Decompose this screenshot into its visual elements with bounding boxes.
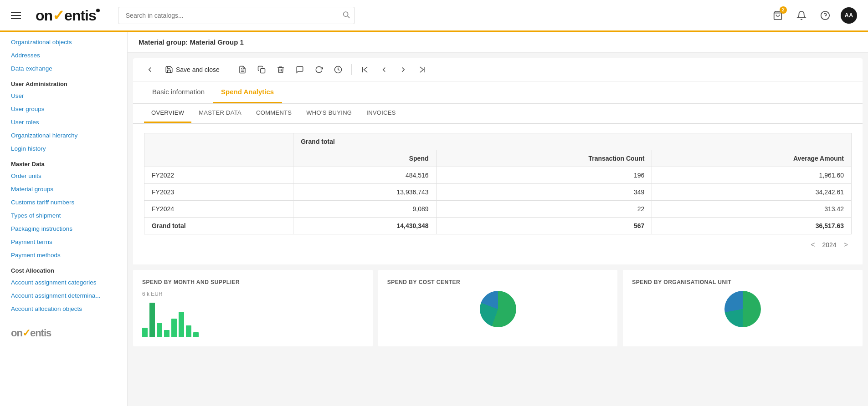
next-year-button[interactable]: > (840, 239, 852, 251)
prev-button[interactable] (376, 63, 392, 76)
next-button[interactable] (395, 63, 411, 76)
chart-spend-by-org-unit: SPEND BY ORGANISATIONAL UNIT (623, 270, 863, 346)
sidebar-section-cost-allocation: Cost Allocation (0, 262, 127, 276)
sidebar-item-organizational-hierarchy[interactable]: Organizational hierarchy (0, 129, 127, 142)
sidebar-item-login-history[interactable]: Login history (0, 142, 127, 155)
page-header: Material group: Material Group 1 (128, 32, 868, 53)
sidebar: Organizational objects Addresses Data ex… (0, 32, 128, 406)
tab-spend-analytics[interactable]: Spend Analytics (213, 81, 282, 103)
sidebar-item-data-exchange[interactable]: Data exchange (0, 62, 127, 75)
bar-5 (171, 319, 177, 337)
search-input[interactable] (118, 7, 355, 24)
table-row: FY2022 484,516 196 1,961.60 (144, 167, 852, 184)
sidebar-item-payment-methods[interactable]: Payment methods (0, 249, 127, 262)
content-area: Material group: Material Group 1 Save an… (128, 32, 868, 406)
bar-8 (193, 332, 199, 337)
hamburger-menu[interactable] (11, 12, 21, 19)
sub-tab-overview[interactable]: OVERVIEW (144, 104, 191, 123)
first-page-button[interactable] (357, 63, 373, 76)
sub-tabs-container: OVERVIEW MASTER DATA COMMENTS WHO'S BUYI… (133, 104, 863, 124)
sub-tab-invoices[interactable]: INVOICES (359, 104, 403, 123)
chart-spend-by-cost-center: SPEND BY COST CENTER (378, 270, 618, 346)
sidebar-item-account-allocation-objects[interactable]: Account allocation objects (0, 302, 127, 315)
sidebar-item-account-assignment-categories[interactable]: Account assignment categories (0, 276, 127, 289)
copy-button[interactable] (254, 63, 269, 76)
bar-2 (149, 303, 155, 337)
table-row: FY2024 9,089 22 313.42 (144, 201, 852, 218)
search-icon[interactable] (342, 10, 350, 20)
chart-spend-by-org-unit-title: SPEND BY ORGANISATIONAL UNIT (632, 279, 853, 285)
spend-header: Spend (293, 150, 436, 167)
sidebar-item-packaging-instructions[interactable]: Packaging instructions (0, 222, 127, 235)
last-page-button[interactable] (415, 63, 430, 76)
avatar[interactable]: AA (841, 7, 857, 24)
sidebar-item-customs-tariff-numbers[interactable]: Customs tariff numbers (0, 196, 127, 209)
main-tabs-container: Basic information Spend Analytics (133, 81, 863, 104)
save-close-label: Save and close (176, 66, 220, 73)
svg-point-0 (343, 12, 348, 16)
svg-line-1 (347, 16, 349, 18)
bar-3 (157, 323, 162, 337)
document-icon-button[interactable] (235, 63, 250, 76)
page-title: Material group: Material Group 1 (139, 38, 244, 46)
cart-button[interactable]: 2 (770, 7, 786, 24)
sidebar-item-order-units[interactable]: Order units (0, 169, 127, 183)
table-row: Grand total 14,430,348 567 36,517.63 (144, 218, 852, 234)
data-panel: Grand total Spend Transaction Count Aver… (133, 124, 863, 264)
toolbar-divider-1 (229, 64, 229, 75)
sidebar-footer-logo: on✓entis (0, 315, 127, 350)
sidebar-item-addresses[interactable]: Addresses (0, 49, 127, 62)
top-header: on✓entis 2 (0, 0, 868, 32)
search-bar (118, 7, 355, 24)
sub-tabs-row: OVERVIEW MASTER DATA COMMENTS WHO'S BUYI… (144, 104, 852, 123)
prev-year-button[interactable]: < (807, 239, 818, 251)
sub-tab-comments[interactable]: COMMENTS (249, 104, 299, 123)
bar-7 (186, 325, 191, 337)
header-icons: 2 AA (770, 7, 857, 24)
toolbar: Save and close (133, 58, 863, 81)
sidebar-item-user-groups[interactable]: User groups (0, 102, 127, 116)
table-empty-header (144, 133, 293, 150)
sub-tab-whos-buying[interactable]: WHO'S BUYING (299, 104, 359, 123)
sub-tab-master-data[interactable]: MASTER DATA (191, 104, 249, 123)
back-button[interactable] (142, 63, 158, 76)
bar-6 (179, 312, 184, 337)
sidebar-item-material-groups[interactable]: Material groups (0, 183, 127, 196)
save-close-button[interactable]: Save and close (161, 63, 223, 76)
charts-row: SPEND BY MONTH AND SUPPLIER 6 k EUR SPEN… (133, 270, 863, 346)
average-amount-header: Average Amount (652, 150, 852, 167)
sidebar-item-payment-terms[interactable]: Payment terms (0, 235, 127, 249)
chart-spend-by-cost-center-title: SPEND BY COST CENTER (387, 279, 609, 285)
cart-badge: 2 (780, 6, 787, 14)
history-button[interactable] (330, 63, 346, 76)
logo: on✓entis (36, 7, 100, 24)
sidebar-section-master-data: Master Data (0, 155, 127, 169)
pie-chart-cost-center (480, 291, 516, 327)
table-row: FY2023 13,936,743 349 34,242.61 (144, 184, 852, 201)
pagination-row: < 2024 > (144, 234, 852, 255)
help-button[interactable] (817, 7, 833, 24)
sidebar-section-user-admin: User Administration (0, 75, 127, 89)
spend-table: Grand total Spend Transaction Count Aver… (144, 133, 852, 234)
delete-button[interactable] (273, 63, 288, 76)
transaction-count-header: Transaction Count (436, 150, 652, 167)
main-layout: Organizational objects Addresses Data ex… (0, 32, 868, 406)
chart-y-label: 6 k EUR (142, 291, 364, 297)
sidebar-item-types-of-shipment[interactable]: Types of shipment (0, 209, 127, 222)
sidebar-item-user[interactable]: User (0, 89, 127, 102)
sidebar-item-user-roles[interactable]: User roles (0, 116, 127, 129)
refresh-button[interactable] (311, 63, 327, 76)
chart-spend-by-month-title: SPEND BY MONTH AND SUPPLIER (142, 279, 364, 285)
bar-chart-area (142, 301, 364, 337)
comment-button[interactable] (292, 63, 308, 76)
bar-4 (164, 330, 169, 337)
svg-rect-7 (260, 69, 265, 73)
main-tabs-row: Basic information Spend Analytics (144, 81, 852, 103)
sidebar-item-organizational-objects[interactable]: Organizational objects (0, 36, 127, 49)
tab-basic-information[interactable]: Basic information (144, 81, 213, 103)
notifications-button[interactable] (793, 7, 810, 24)
pie-chart-org-unit (724, 291, 761, 327)
chart-spend-by-month: SPEND BY MONTH AND SUPPLIER 6 k EUR (133, 270, 373, 346)
toolbar-divider-2 (351, 64, 352, 75)
sidebar-item-account-assignment-determina[interactable]: Account assignment determina... (0, 289, 127, 302)
